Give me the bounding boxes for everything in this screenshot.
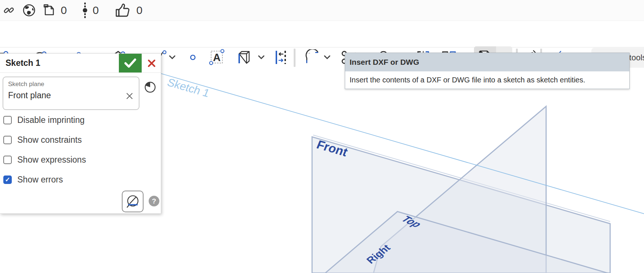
tooltip-title: Insert DXF or DWG xyxy=(345,53,629,71)
help-button[interactable]: ? xyxy=(149,196,159,206)
confirm-button[interactable] xyxy=(119,54,142,72)
checkbox-label: Show expressions xyxy=(17,155,86,165)
fillet-tool[interactable] xyxy=(304,48,320,67)
offset-tool[interactable] xyxy=(273,48,289,67)
close-icon xyxy=(147,59,156,68)
copies-icon[interactable] xyxy=(42,3,56,18)
spline-dropdown-chevron[interactable] xyxy=(169,54,176,61)
checkbox-label: Disable imprinting xyxy=(17,115,85,125)
dialog-title: Sketch 1 xyxy=(6,58,40,68)
sketch-plane-field-label: Sketch plane xyxy=(8,81,44,88)
sketch-plane-field-value: Front plane xyxy=(8,91,51,100)
dxf-tooltip: Insert DXF or DWG Insert the contents of… xyxy=(345,53,630,89)
checkbox-row-show-expressions[interactable]: Show expressions xyxy=(3,155,158,164)
checkbox-label: Show errors xyxy=(17,175,63,185)
checkbox-show-errors[interactable] xyxy=(3,176,12,184)
check-icon xyxy=(124,58,137,68)
help-glyph: ? xyxy=(152,197,156,205)
checkbox-show-constraints[interactable] xyxy=(3,136,12,144)
checkbox-disable-imprinting[interactable] xyxy=(3,116,12,124)
public-globe-icon[interactable] xyxy=(22,4,36,17)
history-clock-icon[interactable] xyxy=(144,81,156,93)
svg-text:A: A xyxy=(213,52,221,63)
versions-icon[interactable] xyxy=(82,3,88,18)
clear-selection-icon[interactable] xyxy=(125,92,134,100)
tooltip-description: Insert the contents of a DXF or DWG file… xyxy=(345,71,629,89)
checkbox-show-expressions[interactable] xyxy=(3,156,12,164)
share-link-icon[interactable] xyxy=(3,5,14,16)
use-dropdown-chevron[interactable] xyxy=(258,54,265,61)
use-project-tool[interactable] xyxy=(236,48,252,67)
sketch-pencil-icon xyxy=(125,194,141,209)
sketch-plane-label[interactable]: Sketch 1 xyxy=(166,76,212,99)
cancel-button[interactable] xyxy=(142,54,161,72)
document-topbar: 0 0 0 xyxy=(0,0,644,21)
sketch-plane-field[interactable]: Sketch plane Front plane xyxy=(3,77,139,110)
sketch-display-options-button[interactable] xyxy=(122,191,144,212)
toolbar-separator xyxy=(294,49,296,67)
like-icon[interactable] xyxy=(115,3,131,18)
sketch-dialog: Sketch 1 Sketch plane Front plane xyxy=(0,53,161,214)
version-count: 0 xyxy=(93,4,99,17)
text-tool[interactable]: A xyxy=(209,48,225,67)
checkbox-label: Show constraints xyxy=(17,135,82,145)
checkbox-row-show-constraints[interactable]: Show constraints xyxy=(3,135,158,145)
point-tool[interactable] xyxy=(185,48,201,67)
checkbox-row-disable-imprinting[interactable]: Disable imprinting xyxy=(3,115,158,125)
onshape-sketch-screen: Sketch 1 Front Top Right xyxy=(0,0,644,273)
checkbox-row-show-errors[interactable]: Show errors xyxy=(3,175,158,184)
dialog-titlebar: Sketch 1 xyxy=(0,54,161,73)
fillet-dropdown-chevron[interactable] xyxy=(323,54,331,61)
sketch-toolbar: A xyxy=(0,21,644,47)
like-count: 0 xyxy=(136,4,142,17)
copy-count: 0 xyxy=(61,4,67,17)
